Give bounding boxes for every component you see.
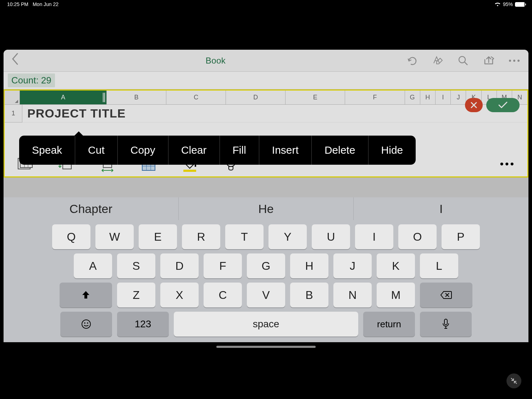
column-header-d[interactable]: D (226, 91, 286, 104)
backspace-icon (440, 291, 452, 299)
undo-button[interactable] (406, 54, 419, 67)
key-x[interactable]: X (160, 283, 199, 307)
key-n[interactable]: N (333, 283, 372, 307)
column-headers: A B C D E F G H I J K L M N (5, 91, 527, 105)
column-header-j[interactable]: J (451, 91, 466, 104)
key-p[interactable]: P (442, 224, 480, 249)
context-menu-caret-icon (74, 131, 84, 136)
key-backspace[interactable] (420, 283, 472, 307)
ctx-speak[interactable]: Speak (19, 136, 75, 165)
key-m[interactable]: M (377, 283, 415, 307)
key-o[interactable]: O (398, 224, 437, 249)
column-header-g[interactable]: G (405, 91, 420, 104)
key-space[interactable]: space (174, 312, 358, 337)
shift-icon (81, 290, 91, 300)
more-button[interactable] (508, 54, 521, 67)
ctx-hide[interactable]: Hide (368, 136, 416, 165)
key-d[interactable]: D (160, 253, 199, 278)
key-a[interactable]: A (74, 253, 112, 278)
wifi-icon (494, 2, 501, 6)
svg-point-12 (84, 322, 85, 324)
edit-font-button[interactable] (431, 54, 444, 67)
row-header-1[interactable]: 1 (5, 105, 22, 122)
key-shift[interactable] (60, 283, 112, 307)
svg-point-11 (82, 320, 90, 328)
key-numeric[interactable]: 123 (117, 312, 169, 337)
home-indicator[interactable] (216, 346, 316, 348)
ribbon-more-icon[interactable]: ••• (500, 158, 515, 170)
prediction-bar: Chapter He I (4, 197, 528, 220)
back-button[interactable] (11, 53, 26, 68)
formula-bar[interactable]: Count: 29 (4, 72, 528, 89)
key-g[interactable]: G (247, 253, 285, 278)
key-row-2: A S D F G H J K L (4, 253, 528, 278)
key-row-1: Q W E R T Y U I O P (4, 224, 528, 249)
cancel-edit-button[interactable] (465, 98, 483, 112)
key-z[interactable]: Z (117, 283, 155, 307)
table-row: 1 PROJECT TITLE (5, 105, 527, 122)
svg-point-13 (87, 322, 88, 324)
battery-icon (515, 2, 525, 7)
key-i[interactable]: I (355, 224, 393, 249)
status-time: 10:25 PM (7, 1, 28, 7)
column-header-h[interactable]: H (420, 91, 436, 104)
battery-percent: 95% (503, 1, 513, 7)
ctx-cut[interactable]: Cut (75, 136, 118, 165)
key-dictation[interactable] (420, 312, 472, 337)
key-h[interactable]: H (290, 253, 328, 278)
prediction-2[interactable]: He (179, 197, 354, 220)
svg-point-1 (509, 60, 511, 62)
key-return[interactable]: return (363, 312, 415, 337)
key-e[interactable]: E (139, 224, 177, 249)
ctx-copy[interactable]: Copy (118, 136, 168, 165)
on-screen-keyboard: Chapter He I Q W E R T Y U I O P A S D F… (4, 197, 528, 342)
key-emoji[interactable] (60, 312, 112, 337)
ctx-clear[interactable]: Clear (168, 136, 220, 165)
search-button[interactable] (457, 54, 470, 67)
key-t[interactable]: T (225, 224, 264, 249)
svg-point-3 (517, 60, 520, 62)
select-all-corner[interactable] (5, 91, 20, 104)
minimize-keyboard-button[interactable] (506, 373, 521, 388)
column-header-i[interactable]: I (436, 91, 451, 104)
key-b[interactable]: B (290, 283, 328, 307)
ctx-delete[interactable]: Delete (312, 136, 368, 165)
key-y[interactable]: Y (268, 224, 307, 249)
ctx-insert[interactable]: Insert (259, 136, 312, 165)
key-u[interactable]: U (312, 224, 350, 249)
svg-point-2 (513, 60, 515, 62)
prediction-1[interactable]: Chapter (4, 197, 179, 220)
column-header-e[interactable]: E (286, 91, 345, 104)
confirm-edit-button[interactable] (486, 98, 520, 112)
svg-rect-14 (444, 319, 447, 325)
key-r[interactable]: R (182, 224, 220, 249)
key-c[interactable]: C (204, 283, 242, 307)
key-w[interactable]: W (95, 224, 134, 249)
column-header-a[interactable]: A (20, 91, 107, 104)
context-menu: Speak Cut Copy Clear Fill Insert Delete … (19, 136, 416, 165)
key-s[interactable]: S (117, 253, 155, 278)
key-q[interactable]: Q (52, 224, 90, 249)
key-row-4: 123 space return (4, 312, 528, 337)
emoji-icon (81, 319, 92, 329)
collapse-icon (510, 377, 518, 385)
document-title[interactable]: Book (26, 56, 406, 66)
key-v[interactable]: V (247, 283, 285, 307)
status-date: Mon Jun 22 (33, 1, 59, 7)
key-f[interactable]: F (204, 253, 242, 278)
device-status-bar: 10:25 PM Mon Jun 22 95% (0, 0, 532, 9)
prediction-3[interactable]: I (354, 197, 528, 220)
key-j[interactable]: J (333, 253, 372, 278)
svg-rect-9 (183, 170, 196, 172)
key-k[interactable]: K (377, 253, 415, 278)
svg-point-0 (459, 56, 465, 63)
cell-a1[interactable]: PROJECT TITLE (22, 105, 527, 122)
key-l[interactable]: L (420, 253, 458, 278)
key-row-3: Z X C V B N M (4, 283, 528, 307)
column-header-c[interactable]: C (166, 91, 226, 104)
share-button[interactable] (482, 54, 495, 67)
ctx-fill[interactable]: Fill (220, 136, 259, 165)
column-header-b[interactable]: B (107, 91, 166, 104)
column-header-f[interactable]: F (345, 91, 405, 104)
microphone-icon (442, 318, 450, 330)
